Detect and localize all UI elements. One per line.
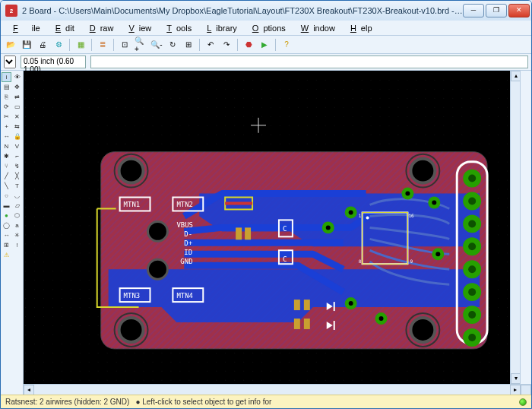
minimize-button[interactable]: ─ — [463, 4, 484, 17]
rotate-tool[interactable]: ⟳ — [2, 102, 11, 112]
mirror-tool[interactable]: ⇄ — [12, 92, 22, 102]
app-icon: 2 — [5, 5, 17, 17]
dim-tool[interactable]: ↔ — [2, 230, 11, 240]
menu-library[interactable]: Library — [198, 22, 242, 34]
zoom-select-icon[interactable]: ⊞ — [182, 38, 195, 52]
scroll-down-icon[interactable]: ▾ — [511, 373, 521, 384]
menubar: File Edit Draw View Tools Library Option… — [1, 21, 531, 36]
signal-tool[interactable]: ⬡ — [12, 211, 22, 220]
svg-point-20 — [349, 210, 353, 214]
cam-icon[interactable]: ⚙ — [52, 38, 65, 52]
undo-icon[interactable]: ↶ — [204, 38, 217, 52]
zoom-fit-icon[interactable]: ⊡ — [118, 38, 131, 52]
wire-tool[interactable]: ╲ — [2, 181, 11, 191]
svg-text:9: 9 — [410, 258, 413, 264]
miter-tool[interactable]: ⌐ — [12, 151, 22, 161]
svg-point-28 — [349, 301, 353, 306]
group-tool[interactable]: ▭ — [12, 102, 22, 112]
show-tool[interactable]: 👁 — [12, 72, 22, 82]
text-tool[interactable]: T — [12, 181, 22, 191]
pcb-canvas[interactable]: MTN1 MTN2 MTN3 MTN4 VBUS D- D+ ID GND C … — [24, 71, 531, 384]
erc-tool[interactable]: ! — [12, 240, 22, 250]
optimize-tool[interactable]: ↯ — [12, 161, 22, 171]
menu-tools[interactable]: Tools — [157, 22, 196, 34]
label-c2: C — [283, 255, 287, 263]
lock-tool[interactable]: 🔒 — [12, 132, 22, 141]
menu-view[interactable]: View — [119, 22, 156, 34]
svg-text:1: 1 — [359, 213, 362, 218]
pinswap-tool[interactable]: ⇆ — [12, 122, 22, 132]
scrollbar-horizontal[interactable]: ◂ ▸ — [24, 384, 531, 395]
label-mtn2: MTN2 — [176, 201, 193, 208]
svg-point-24 — [432, 201, 436, 205]
auto-tool[interactable]: ⊞ — [2, 240, 11, 250]
layers-tool[interactable]: ▤ — [2, 82, 11, 92]
mark-tool[interactable] — [12, 250, 22, 260]
menu-help[interactable]: Help — [341, 22, 377, 34]
app-window: 2 2 Board - C:\Users\Main\Documents\My D… — [0, 0, 532, 409]
zoom-out-icon[interactable]: 🔍- — [150, 38, 163, 52]
go-icon[interactable]: ▶ — [258, 38, 271, 52]
svg-point-43 — [468, 243, 476, 250]
menu-file[interactable]: File — [4, 22, 45, 34]
menu-window[interactable]: Window — [292, 22, 340, 34]
coord-row: 0.05 inch (0.60 1.00) — [1, 54, 531, 71]
replace-tool[interactable]: ↔ — [2, 132, 11, 141]
menu-edit[interactable]: Edit — [46, 22, 79, 34]
layers-icon[interactable]: ≣ — [96, 38, 109, 52]
arc-tool[interactable]: ◡ — [12, 191, 22, 201]
scrollbar-vertical[interactable]: ▴ ▾ — [510, 71, 521, 384]
name-tool[interactable]: N — [2, 141, 11, 151]
svg-rect-58 — [304, 319, 310, 329]
cut-tool[interactable]: ✂ — [2, 112, 11, 122]
scroll-up-icon[interactable]: ▴ — [511, 71, 521, 81]
delete-tool[interactable]: ✕ — [12, 112, 22, 122]
zoom-in-icon[interactable]: 🔍+ — [134, 38, 147, 52]
svg-point-18 — [326, 225, 331, 230]
svg-point-10 — [410, 318, 435, 342]
scroll-right-icon[interactable]: ▸ — [510, 385, 521, 395]
redraw-icon[interactable]: ↻ — [166, 38, 179, 52]
scroll-left-icon[interactable]: ◂ — [24, 385, 34, 395]
split-tool[interactable]: ⑂ — [2, 161, 11, 171]
label-mtn4: MTN4 — [176, 292, 193, 300]
add-tool[interactable]: + — [2, 122, 11, 132]
toolbar-main: 📂 💾 🖨 ⚙ ▦ ≣ ⊡ 🔍+ 🔍- ↻ ⊞ ↶ ↷ ⬣ ▶ ? — [1, 36, 531, 54]
open-icon[interactable]: 📂 — [4, 38, 17, 52]
svg-rect-56 — [304, 300, 310, 310]
move-tool[interactable]: ✥ — [12, 82, 22, 92]
poly-tool[interactable]: ▱ — [12, 201, 22, 211]
save-icon[interactable]: 💾 — [20, 38, 33, 52]
label-vbus: VBUS — [176, 221, 193, 229]
ratsnest-tool[interactable]: ✳ — [12, 230, 22, 240]
svg-point-8 — [410, 159, 435, 183]
stop-icon[interactable]: ⬣ — [242, 38, 255, 52]
circle-tool[interactable]: ○ — [2, 191, 11, 201]
errors-tool[interactable]: ⚠ — [2, 250, 11, 260]
schem-switch-icon[interactable]: ▦ — [74, 38, 87, 52]
smash-tool[interactable]: ✱ — [2, 151, 11, 161]
route-tool[interactable]: ╱ — [2, 171, 11, 181]
menu-options[interactable]: Options — [243, 22, 290, 34]
label-id: ID — [184, 249, 192, 256]
svg-point-9 — [119, 318, 144, 342]
ripup-tool[interactable]: ╳ — [12, 171, 22, 181]
value-tool[interactable]: V — [12, 141, 22, 151]
status-ratsnest: Ratsnest: 2 airwires (hidden: 2 GND) — [5, 398, 129, 406]
svg-point-42 — [468, 220, 476, 227]
info-tool[interactable]: i — [2, 72, 11, 82]
hole-tool[interactable]: ◯ — [2, 220, 11, 230]
menu-draw[interactable]: Draw — [81, 22, 119, 34]
maximize-button[interactable]: ❐ — [486, 4, 507, 17]
command-input[interactable] — [90, 55, 528, 68]
via-tool[interactable]: ● — [2, 211, 11, 220]
grid-select[interactable] — [4, 55, 16, 68]
redo-icon[interactable]: ↷ — [220, 38, 233, 52]
help-icon[interactable]: ? — [280, 38, 293, 52]
copy-tool[interactable]: ⎘ — [2, 92, 11, 102]
print-icon[interactable]: 🖨 — [36, 38, 49, 52]
rect-tool[interactable]: ▬ — [2, 201, 11, 211]
close-button[interactable]: ✕ — [508, 4, 530, 17]
svg-rect-57 — [294, 319, 300, 329]
attr-tool[interactable]: a — [12, 220, 22, 230]
